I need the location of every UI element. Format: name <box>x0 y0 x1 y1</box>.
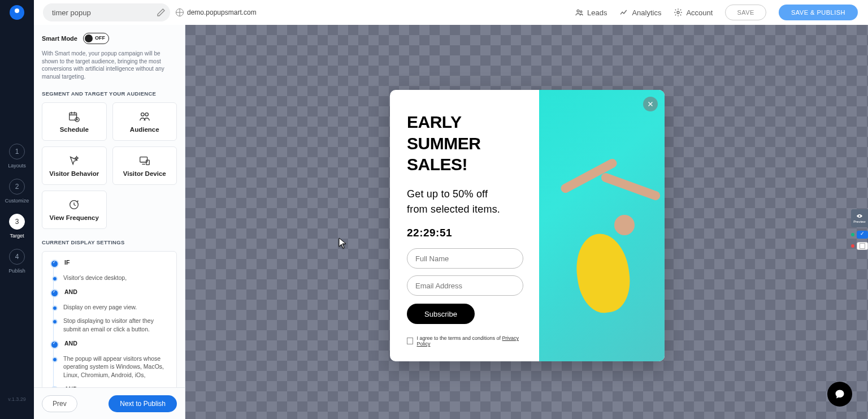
rule-item: Visitor's device desktop, <box>50 274 171 282</box>
popup-name-input[interactable] <box>407 248 523 269</box>
svg-point-5 <box>141 113 144 116</box>
gear-icon <box>674 8 683 17</box>
step-label: Target <box>10 233 24 239</box>
logo-icon <box>10 5 24 20</box>
header-right: Leads Analytics Account SAVE SAVE & PUBL… <box>575 5 868 20</box>
card-label: Visitor Device <box>123 170 166 177</box>
analytics-icon <box>619 8 628 17</box>
version-text: v.1.3.29 <box>8 396 25 402</box>
step-label: Publish <box>8 268 25 274</box>
rule-and: AND <box>50 385 171 387</box>
editor-canvas[interactable]: EARLY SUMMER SALES! Get up to 50% off fr… <box>185 25 868 419</box>
mouse-cursor-icon <box>338 237 346 249</box>
people-icon <box>575 8 584 17</box>
preview-toggle[interactable]: Preview <box>851 209 868 227</box>
svg-point-1 <box>580 11 582 12</box>
step-label: Layouts <box>8 163 26 169</box>
svg-rect-3 <box>70 113 77 120</box>
step-customize[interactable]: 2 Customize <box>5 179 29 204</box>
audience-icon <box>138 110 151 123</box>
target-cards-grid: Schedule Audience Visitor Behavior Visit… <box>42 102 177 229</box>
segment-heading: SEGMENT AND TARGET YOUR AUDIENCE <box>42 90 177 97</box>
step-publish[interactable]: 4 Publish <box>8 249 25 274</box>
devices-icon <box>138 154 151 167</box>
nav-account[interactable]: Account <box>674 8 713 17</box>
step-number: 4 <box>9 249 25 265</box>
popup-preview: EARLY SUMMER SALES! Get up to 50% off fr… <box>390 90 665 361</box>
toggle-state: OFF <box>95 35 105 41</box>
nav-leads-label: Leads <box>587 8 607 17</box>
rule-item: The popup will appear visitors whose ope… <box>50 355 171 379</box>
rule-and: AND <box>50 288 171 297</box>
card-visitor-behavior[interactable]: Visitor Behavior <box>42 146 107 185</box>
rule-item: Display on every page view. <box>50 303 171 312</box>
calendar-clock-icon <box>68 110 80 123</box>
save-button[interactable]: SAVE <box>725 5 766 20</box>
sidebar-footer: Prev Next to Publish <box>34 387 185 419</box>
prev-button[interactable]: Prev <box>42 395 77 412</box>
rule-if: IF <box>50 258 171 268</box>
nav-analytics[interactable]: Analytics <box>619 8 661 17</box>
step-nav: 1 Layouts 2 Customize 3 Target 4 Publish… <box>0 25 34 419</box>
sidebar-scroll[interactable]: Smart Mode OFF With Smart mode, your pop… <box>34 25 185 387</box>
variant-chip-active[interactable] <box>857 231 868 239</box>
eye-icon <box>856 213 863 219</box>
domain-chip[interactable]: demo.popupsmart.com <box>176 8 257 16</box>
svg-point-0 <box>577 10 579 12</box>
card-visitor-device[interactable]: Visitor Device <box>112 146 177 185</box>
popup-terms-row: I agree to the terms and conditions of P… <box>407 335 528 347</box>
target-sidebar: Smart Mode OFF With Smart mode, your pop… <box>34 25 185 419</box>
step-target[interactable]: 3 Target <box>9 214 25 239</box>
card-label: View Frequency <box>50 214 99 221</box>
chat-launcher[interactable] <box>827 382 852 407</box>
nav-leads[interactable]: Leads <box>575 8 607 17</box>
card-label: Audience <box>130 126 159 133</box>
status-dot-green <box>851 233 854 236</box>
campaign-name-field[interactable] <box>43 3 170 21</box>
terms-text: I agree to the terms and conditions of P… <box>416 335 528 347</box>
popup-image <box>539 90 665 361</box>
rules-flow: IF Visitor's device desktop, AND Display… <box>50 258 171 387</box>
swimmer-illustration <box>539 90 665 361</box>
display-settings-heading: CURRENT DISPLAY SETTINGS <box>42 239 177 245</box>
popup-subscribe-button[interactable]: Subscribe <box>407 304 475 324</box>
status-dot-red <box>851 244 854 248</box>
popup-content: EARLY SUMMER SALES! Get up to 50% off fr… <box>390 90 539 361</box>
smart-mode-label: Smart Mode <box>42 35 77 42</box>
popup-close-button[interactable] <box>643 97 658 111</box>
cursor-sparkle-icon <box>68 154 80 167</box>
globe-icon <box>176 8 184 16</box>
step-layouts[interactable]: 1 Layouts <box>8 144 26 169</box>
step-number: 2 <box>9 179 25 195</box>
smart-mode-description: With Smart mode, your popup campaign wil… <box>42 50 177 80</box>
step-label: Customize <box>5 198 29 204</box>
step-number: 3 <box>9 214 25 230</box>
brand-logo[interactable] <box>0 0 34 25</box>
step-number: 1 <box>9 144 25 159</box>
popup-title: EARLY SUMMER SALES! <box>407 111 528 175</box>
smart-mode-toggle[interactable]: OFF <box>83 33 109 44</box>
save-publish-button[interactable]: SAVE & PUBLISH <box>779 5 858 20</box>
card-view-frequency[interactable]: View Frequency <box>42 191 107 229</box>
variant-chip[interactable] <box>857 242 868 250</box>
popup-countdown: 22:29:51 <box>407 227 528 239</box>
next-to-publish-button[interactable]: Next to Publish <box>108 395 177 412</box>
popup-email-input[interactable] <box>407 275 523 296</box>
svg-point-6 <box>145 113 149 116</box>
pencil-icon <box>157 8 166 17</box>
smart-mode-row: Smart Mode OFF <box>42 33 177 44</box>
campaign-name-input[interactable] <box>52 8 157 17</box>
display-settings-box: IF Visitor's device desktop, AND Display… <box>42 251 177 387</box>
card-audience[interactable]: Audience <box>112 102 177 141</box>
domain-text: demo.popupsmart.com <box>187 8 257 16</box>
variant-row-a <box>851 231 868 239</box>
chat-icon <box>834 388 845 400</box>
nav-analytics-label: Analytics <box>632 8 661 17</box>
card-label: Visitor Behavior <box>49 170 99 177</box>
card-label: Schedule <box>60 126 89 133</box>
terms-checkbox[interactable] <box>407 338 413 344</box>
card-schedule[interactable]: Schedule <box>42 102 107 141</box>
rule-item: Stop displaying to visitor after they su… <box>50 317 171 333</box>
nav-account-label: Account <box>686 8 713 17</box>
clock-icon <box>68 198 80 211</box>
